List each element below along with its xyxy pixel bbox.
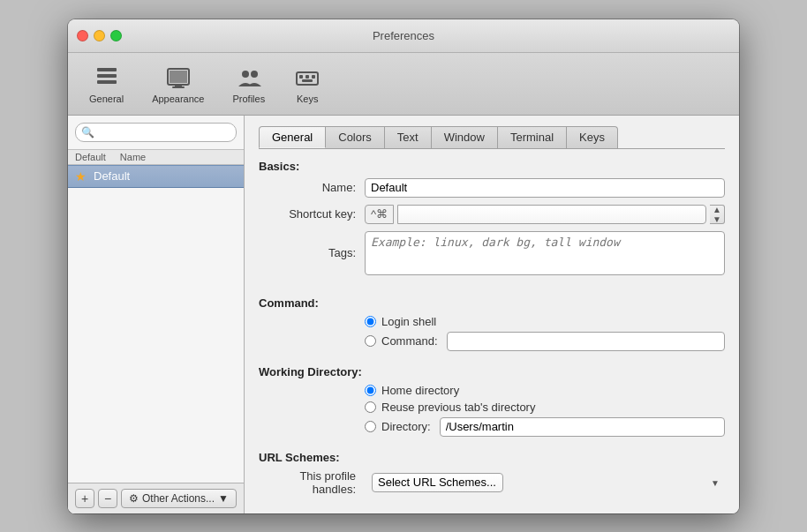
command-radio-group: Login shell Command: xyxy=(365,315,725,351)
toolbar-keys-label: Keys xyxy=(297,94,318,104)
shortcut-row: Shortcut key: ^⌘ ▲▼ xyxy=(259,205,725,224)
preferences-window: Preferences General Ap xyxy=(68,19,739,513)
working-dir-radio-group: Home directory Reuse previous tab's dire… xyxy=(365,384,725,437)
working-dir-label: Working Directory: xyxy=(259,365,725,378)
login-shell-row: Login shell xyxy=(365,315,725,328)
search-box: 🔍 xyxy=(68,116,244,150)
window-title: Preferences xyxy=(373,29,434,42)
dropdown-arrow-icon: ▼ xyxy=(218,492,229,505)
sidebar-footer: + − ⚙ Other Actions... ▼ xyxy=(68,483,244,513)
shortcut-control: ^⌘ ▲▼ xyxy=(365,205,725,224)
reuse-tab-radio[interactable] xyxy=(365,401,376,413)
toolbar-appearance-label: Appearance xyxy=(152,94,204,104)
shortcut-prefix: ^⌘ xyxy=(365,205,394,224)
appearance-icon xyxy=(164,64,192,92)
other-actions-label: Other Actions... xyxy=(142,492,215,505)
shortcut-stepper[interactable]: ▲▼ xyxy=(710,205,725,224)
svg-rect-11 xyxy=(305,75,309,79)
toolbar-profiles-label: Profiles xyxy=(232,94,265,104)
close-button[interactable] xyxy=(77,30,88,41)
reuse-tab-row: Reuse previous tab's directory xyxy=(365,401,725,414)
url-schemes-label: URL Schemes: xyxy=(259,451,725,464)
command-input[interactable] xyxy=(447,332,725,351)
home-dir-row: Home directory xyxy=(365,384,725,397)
command-radio-label: Command: xyxy=(381,334,438,348)
default-star-icon: ★ xyxy=(75,169,87,184)
command-radio[interactable] xyxy=(365,335,376,347)
url-select[interactable]: Select URL Schemes... xyxy=(372,473,503,492)
login-shell-label: Login shell xyxy=(381,315,436,328)
profile-name-default: Default xyxy=(94,169,130,183)
svg-rect-10 xyxy=(299,75,303,79)
tab-bar: General Colors Text Window Terminal Keys xyxy=(259,126,725,149)
maximize-button[interactable] xyxy=(110,30,122,41)
shortcut-select[interactable] xyxy=(397,205,706,224)
add-profile-button[interactable]: + xyxy=(75,489,94,508)
command-label: Command: xyxy=(259,296,725,310)
toolbar-appearance[interactable]: Appearance xyxy=(145,60,211,108)
name-input[interactable] xyxy=(365,178,725,198)
directory-row: Directory: xyxy=(365,417,725,437)
content-area: 🔍 Default Name ★ Default + − ⚙ Other A xyxy=(68,116,739,513)
svg-rect-12 xyxy=(312,75,315,79)
search-icon: 🔍 xyxy=(81,126,94,139)
directory-input[interactable] xyxy=(440,417,725,437)
search-input[interactable] xyxy=(75,123,237,142)
toolbar: General Appearance xyxy=(68,53,739,116)
tags-row: Tags: xyxy=(259,231,725,275)
tab-general[interactable]: General xyxy=(259,126,326,148)
profiles-icon xyxy=(235,64,263,92)
shortcut-label: Shortcut key: xyxy=(259,207,356,221)
tab-colors[interactable]: Colors xyxy=(325,126,385,148)
command-section: Command: Login shell Command: xyxy=(259,296,725,355)
svg-point-8 xyxy=(251,71,258,78)
tags-input[interactable] xyxy=(365,231,725,275)
gear-icon: ⚙ xyxy=(129,492,139,505)
directory-label: Directory: xyxy=(381,420,431,433)
svg-rect-0 xyxy=(97,68,117,71)
toolbar-keys[interactable]: Keys xyxy=(286,60,328,108)
url-select-wrap: Select URL Schemes... xyxy=(372,473,725,492)
tab-text[interactable]: Text xyxy=(384,126,432,148)
svg-rect-13 xyxy=(302,79,313,82)
svg-rect-2 xyxy=(97,80,117,84)
profile-item-default[interactable]: ★ Default xyxy=(68,165,244,188)
working-dir-section: Working Directory: Home directory Reuse … xyxy=(259,365,725,440)
toolbar-general[interactable]: General xyxy=(82,60,131,108)
name-label: Name: xyxy=(259,181,356,194)
profile-list: ★ Default xyxy=(68,165,244,483)
toolbar-profiles[interactable]: Profiles xyxy=(225,60,272,108)
tags-label: Tags: xyxy=(259,246,356,259)
sidebar: 🔍 Default Name ★ Default + − ⚙ Other A xyxy=(68,116,245,513)
minimize-button[interactable] xyxy=(94,30,105,41)
svg-rect-6 xyxy=(172,86,185,88)
keys-icon xyxy=(293,64,321,92)
name-row: Name: xyxy=(259,178,725,198)
reuse-tab-label: Reuse previous tab's directory xyxy=(381,401,535,414)
login-shell-radio[interactable] xyxy=(365,316,376,327)
tab-keys[interactable]: Keys xyxy=(566,126,618,148)
url-schemes-section: URL Schemes: This profile handles: Selec… xyxy=(259,451,725,503)
tab-window[interactable]: Window xyxy=(431,126,498,148)
titlebar: Preferences xyxy=(68,19,739,53)
col-default: Default xyxy=(75,152,106,162)
list-header: Default Name xyxy=(68,150,244,165)
this-profile-label: This profile handles: xyxy=(259,469,356,496)
url-schemes-row: This profile handles: Select URL Schemes… xyxy=(259,469,725,496)
general-icon xyxy=(93,64,121,92)
tab-terminal[interactable]: Terminal xyxy=(497,126,567,148)
svg-point-7 xyxy=(242,71,249,78)
home-dir-label: Home directory xyxy=(381,384,459,397)
svg-rect-4 xyxy=(170,71,187,83)
basics-section: Basics: Name: Shortcut key: ^⌘ ▲▼ xyxy=(259,160,725,282)
remove-profile-button[interactable]: − xyxy=(98,489,117,508)
main-panel: General Colors Text Window Terminal Keys… xyxy=(245,116,739,513)
basics-label: Basics: xyxy=(259,160,725,173)
traffic-lights xyxy=(77,30,122,41)
home-dir-radio[interactable] xyxy=(365,385,376,396)
toolbar-general-label: General xyxy=(89,94,124,104)
other-actions-button[interactable]: ⚙ Other Actions... ▼ xyxy=(121,489,237,508)
col-name: Name xyxy=(120,152,146,162)
svg-rect-1 xyxy=(97,74,117,78)
directory-radio[interactable] xyxy=(365,421,376,432)
